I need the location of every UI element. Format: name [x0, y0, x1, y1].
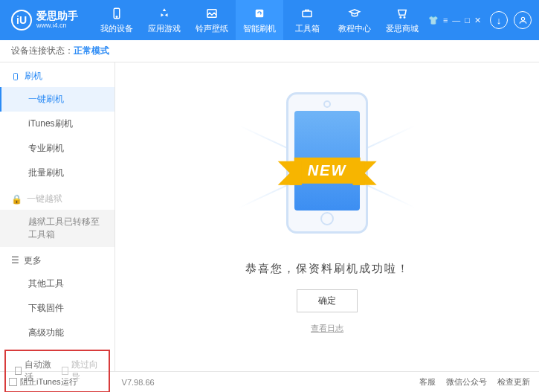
nav-smart-flash[interactable]: 智能刷机: [236, 0, 283, 40]
sidebar-item-batch[interactable]: 批量刷机: [0, 161, 114, 185]
phone-icon: [109, 6, 124, 21]
toolbox-icon: [300, 6, 314, 21]
checkbox-skip-setup[interactable]: 跳过向导: [62, 359, 100, 384]
skin-icon[interactable]: 👕: [428, 16, 439, 25]
sidebar-section-flash[interactable]: 刷机: [0, 62, 114, 87]
logo-subtitle: www.i4.cn: [36, 22, 78, 30]
header-controls: 👕 ≡ — □ ✕ ↓: [428, 11, 532, 29]
sidebar-section-jailbreak: 🔒一键越狱: [0, 185, 114, 210]
svg-rect-4: [303, 11, 312, 17]
sidebar-item-itunes[interactable]: iTunes刷机: [0, 112, 114, 136]
close-icon[interactable]: ✕: [474, 16, 481, 25]
success-message: 恭喜您，保资料刷机成功啦！: [245, 262, 410, 276]
view-log-link[interactable]: 查看日志: [311, 323, 343, 334]
sidebar-item-download[interactable]: 下载固件: [0, 296, 114, 321]
refresh-icon: [252, 6, 267, 21]
sidebar-item-pro[interactable]: 专业刷机: [0, 136, 114, 161]
version-label: V7.98.66: [122, 378, 155, 387]
svg-rect-8: [14, 73, 18, 80]
nav: 我的设备 应用游戏 铃声壁纸 智能刷机 工具箱 教程中心 爱思商城: [93, 0, 428, 40]
graduation-icon: [347, 6, 362, 21]
sidebar-item-oneclick[interactable]: 一键刷机: [0, 87, 114, 112]
nav-toolbox[interactable]: 工具箱: [283, 0, 331, 40]
nav-store[interactable]: 爱思商城: [378, 0, 426, 40]
status-bar: 设备连接状态： 正常模式: [0, 40, 539, 62]
sidebar-jailbreak-note: 越狱工具已转移至工具箱: [0, 210, 114, 247]
nav-ringtones[interactable]: 铃声壁纸: [188, 0, 236, 40]
header: iU 爱思助手 www.i4.cn 我的设备 应用游戏 铃声壁纸 智能刷机 工具…: [0, 0, 539, 40]
nav-tutorials[interactable]: 教程中心: [331, 0, 378, 40]
checkbox-icon: [62, 367, 68, 375]
sidebar-section-more[interactable]: ☰更多: [0, 247, 114, 271]
checkbox-auto-activate[interactable]: 自动激活: [15, 359, 53, 384]
ok-button[interactable]: 确定: [297, 289, 358, 312]
apps-icon: [157, 6, 172, 21]
footer-link-update[interactable]: 检查更新: [497, 376, 530, 388]
download-button[interactable]: ↓: [490, 11, 508, 29]
status-label: 设备连接状态：: [11, 45, 74, 57]
sidebar-item-advanced[interactable]: 高级功能: [0, 321, 114, 345]
svg-point-7: [521, 17, 524, 20]
svg-point-5: [400, 17, 401, 19]
footer-link-support[interactable]: 客服: [419, 376, 436, 388]
image-icon: [204, 6, 219, 21]
nav-my-device[interactable]: 我的设备: [93, 0, 141, 40]
svg-point-6: [404, 17, 405, 19]
sidebar-item-other[interactable]: 其他工具: [0, 271, 114, 296]
maximize-icon[interactable]: □: [465, 16, 470, 25]
phone-flash-icon: [11, 72, 20, 81]
minimize-icon[interactable]: —: [452, 16, 460, 25]
logo-title: 爱思助手: [36, 10, 78, 22]
footer-link-wechat[interactable]: 微信公众号: [446, 376, 487, 388]
svg-rect-3: [256, 10, 264, 18]
new-badge: NEW: [294, 158, 361, 184]
nav-apps-games[interactable]: 应用游戏: [141, 0, 188, 40]
status-mode: 正常模式: [74, 45, 109, 57]
success-illustration: NEW: [253, 85, 401, 248]
checkbox-highlight-box: 自动激活 跳过向导: [4, 350, 110, 392]
menu-list-icon: ☰: [11, 255, 19, 266]
cart-icon: [395, 6, 410, 21]
logo-icon: iU: [11, 10, 32, 30]
svg-point-1: [116, 16, 117, 18]
menu-icon[interactable]: ≡: [443, 16, 448, 25]
checkbox-icon: [15, 367, 22, 375]
main-content: NEW 恭喜您，保资料刷机成功啦！ 确定 查看日志: [115, 62, 539, 371]
user-button[interactable]: [514, 11, 532, 29]
logo[interactable]: iU 爱思助手 www.i4.cn: [11, 10, 78, 30]
sidebar: 刷机 一键刷机 iTunes刷机 专业刷机 批量刷机 🔒一键越狱 越狱工具已转移…: [0, 62, 115, 371]
lock-icon: 🔒: [11, 194, 22, 205]
